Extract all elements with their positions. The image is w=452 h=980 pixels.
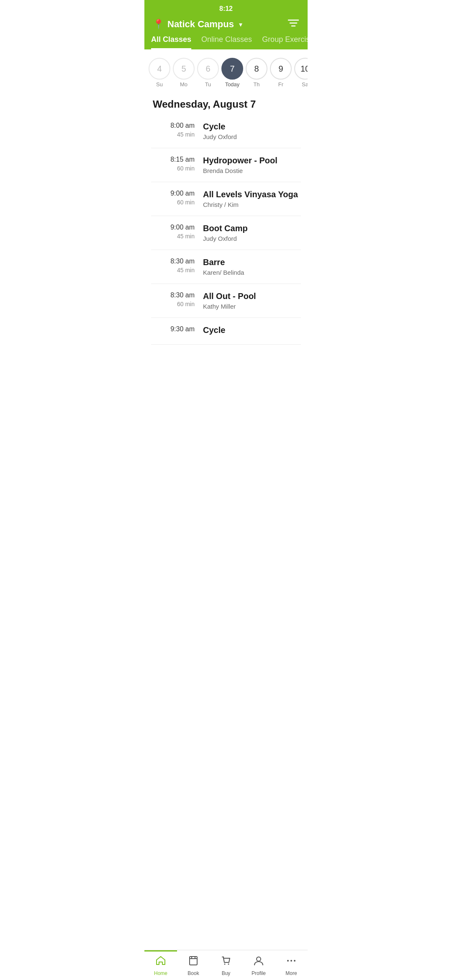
class-time: 8:00 am [153,122,195,129]
day-5-monday[interactable]: 5 Mo [173,58,195,88]
class-item-hydropower[interactable]: 8:15 am 60 min Hydropower - Pool Brenda … [151,148,301,182]
class-tabs: All Classes Online Classes Group Exercis… [144,30,308,49]
class-instructor: Judy Oxford [203,235,299,242]
class-instructor: Christy / Kim [203,201,299,208]
class-name: All Levels Vinyasa Yoga [203,190,299,199]
class-time: 9:00 am [153,190,195,197]
main-content: 4 Su 5 Mo 6 Tu 7 Today 8 Th 9 Fr 10 Sa W… [144,49,308,378]
status-bar: 8:12 [144,0,308,15]
class-item-barre[interactable]: 8:30 am 45 min Barre Karen/ Belinda [151,250,301,284]
class-time: 9:00 am [153,224,195,231]
class-time: 8:30 am [153,291,195,299]
location-pin-icon: 📍 [153,19,164,30]
status-time: 8:12 [219,5,233,13]
location-selector[interactable]: 📍 Natick Campus ▾ [153,19,242,30]
day-8-thursday[interactable]: 8 Th [246,58,267,88]
class-time: 8:15 am [153,156,195,163]
class-duration: 45 min [153,267,195,273]
calendar-strip: 4 Su 5 Mo 6 Tu 7 Today 8 Th 9 Fr 10 Sa [144,49,308,92]
class-time: 8:30 am [153,258,195,265]
class-name: All Out - Pool [203,291,299,301]
class-duration: 60 min [153,165,195,172]
class-item-bootcamp[interactable]: 9:00 am 45 min Boot Camp Judy Oxford [151,216,301,250]
class-list: 8:00 am 45 min Cycle Judy Oxford 8:15 am… [144,114,308,345]
class-instructor: Judy Oxford [203,133,299,140]
class-name: Cycle [203,122,299,132]
tab-all-classes[interactable]: All Classes [151,35,191,49]
day-6-tuesday[interactable]: 6 Tu [197,58,219,88]
tab-group-exercise[interactable]: Group Exercise [262,35,308,49]
class-instructor: Kathy Miller [203,303,299,310]
class-item-cycle-930[interactable]: 9:30 am Cycle [151,318,301,345]
class-duration: 60 min [153,199,195,206]
class-instructor: Brenda Dostie [203,167,299,174]
date-heading: Wednesday, August 7 [144,92,308,114]
class-item-vinyasa-yoga[interactable]: 9:00 am 60 min All Levels Vinyasa Yoga C… [151,182,301,216]
chevron-down-icon: ▾ [239,21,242,28]
class-time: 9:30 am [153,325,195,333]
filter-icon[interactable] [288,18,299,30]
day-10-saturday[interactable]: 10 Sa [294,58,308,88]
tab-online-classes[interactable]: Online Classes [201,35,252,49]
day-9-friday[interactable]: 9 Fr [270,58,292,88]
class-name: Hydropower - Pool [203,156,299,165]
day-4-sunday[interactable]: 4 Su [149,58,170,88]
day-7-today[interactable]: 7 Today [221,58,243,88]
class-name: Cycle [203,325,299,335]
class-name: Boot Camp [203,224,299,233]
class-duration: 45 min [153,131,195,138]
class-name: Barre [203,258,299,267]
class-item-cycle-800[interactable]: 8:00 am 45 min Cycle Judy Oxford [151,114,301,148]
class-duration: 60 min [153,301,195,307]
class-item-allout-pool[interactable]: 8:30 am 60 min All Out - Pool Kathy Mill… [151,284,301,318]
header: 📍 Natick Campus ▾ [144,15,308,30]
location-name: Natick Campus [167,19,234,30]
class-duration: 45 min [153,233,195,240]
class-instructor: Karen/ Belinda [203,269,299,276]
